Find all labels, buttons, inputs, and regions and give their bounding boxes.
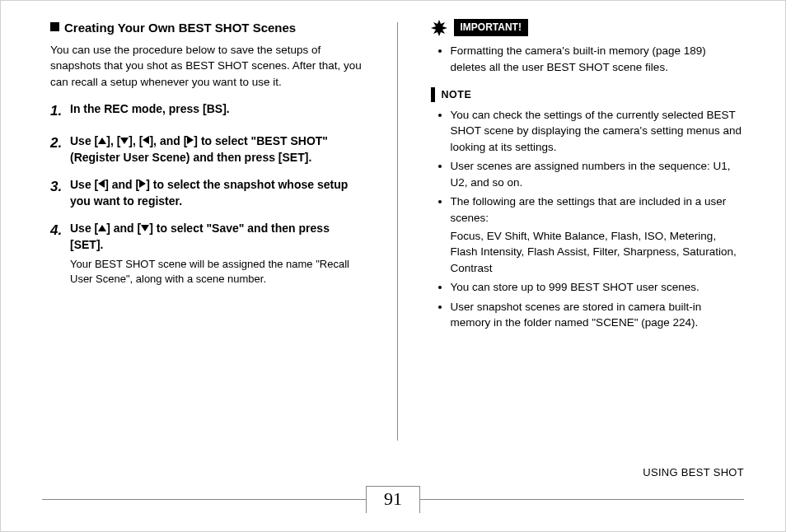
up-arrow-icon <box>98 138 106 144</box>
step-text: In the REC mode, press [BS]. <box>70 101 364 118</box>
section-heading: Creating Your Own BEST SHOT Scenes <box>50 19 364 37</box>
step-3: 3. Use [] and [] to select the snapshot … <box>50 177 364 209</box>
down-arrow-icon <box>120 138 129 144</box>
step-number: 2. <box>50 133 70 166</box>
important-list: Formatting the camera's built-in memory … <box>431 43 745 75</box>
note-header: NOTE <box>431 87 745 102</box>
list-item: Formatting the camera's built-in memory … <box>451 43 745 75</box>
step-4: 4. Use [] and [] to select "Save" and th… <box>50 221 364 287</box>
step-text: Use [], [], [], and [] to select "BEST S… <box>70 133 364 166</box>
left-column: Creating Your Own BEST SHOT Scenes You c… <box>50 19 364 455</box>
intro-paragraph: You can use the procedure below to save … <box>50 42 364 91</box>
page-footer: 91 USING BEST SHOT <box>42 486 744 513</box>
list-item: User snapshot scenes are stored in camer… <box>451 299 745 331</box>
up-arrow-icon <box>98 225 106 231</box>
note-list: You can check the settings of the curren… <box>431 107 745 331</box>
footer-line <box>420 499 744 500</box>
step-subtext: Your BEST SHOT scene will be assigned th… <box>70 257 364 287</box>
step-number: 3. <box>50 177 70 209</box>
step-text: Use [] and [] to select "Save" and then … <box>70 221 364 253</box>
step-number: 4. <box>50 221 70 287</box>
step-text: Use [] and [] to select the snapshot who… <box>70 177 364 209</box>
footer-line <box>42 499 366 500</box>
column-divider <box>397 22 398 441</box>
down-arrow-icon <box>141 225 149 231</box>
square-bullet-icon <box>50 22 59 31</box>
list-item: You can store up to 999 BEST SHOT user s… <box>451 279 745 296</box>
list-item: You can check the settings of the curren… <box>451 107 745 156</box>
step-number: 1. <box>50 101 70 122</box>
page-number: 91 <box>366 486 420 513</box>
heading-text: Creating Your Own BEST SHOT Scenes <box>64 21 296 35</box>
step-1: 1. In the REC mode, press [BS]. <box>50 101 364 122</box>
important-label: IMPORTANT! <box>454 19 528 36</box>
step-2: 2. Use [], [], [], and [] to select "BES… <box>50 133 364 166</box>
important-header: IMPORTANT! <box>431 19 745 36</box>
chapter-label: USING BEST SHOT <box>643 466 744 478</box>
list-item: The following are the settings that are … <box>451 194 745 276</box>
right-column: IMPORTANT! Formatting the camera's built… <box>431 19 745 455</box>
svg-marker-0 <box>431 20 447 36</box>
list-item: User scenes are assigned numbers in the … <box>451 158 745 190</box>
note-bar-icon <box>431 87 435 102</box>
burst-icon <box>431 20 447 36</box>
note-label: NOTE <box>442 87 472 102</box>
